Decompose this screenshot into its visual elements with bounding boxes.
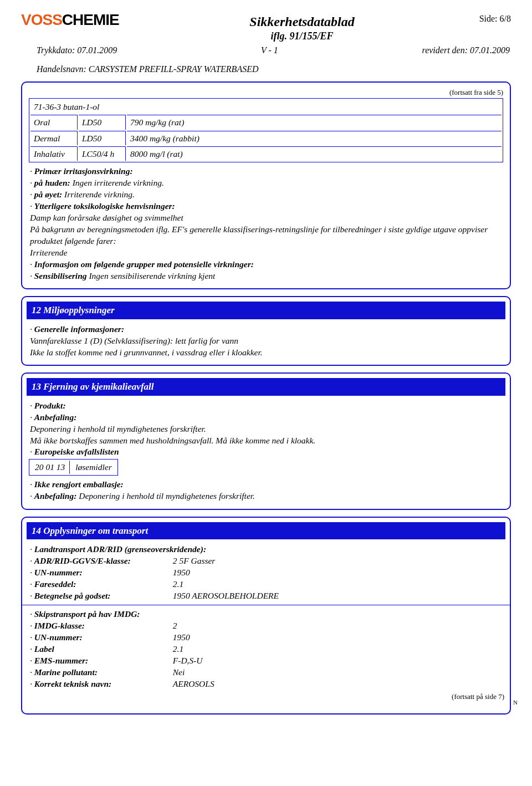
waste-code-table: 20 01 13 løsemidler — [29, 459, 118, 475]
waste-code: 20 01 13 — [30, 461, 70, 473]
logo-v-icon: V — [21, 10, 31, 29]
print-date: Trykkdato: 07.01.2009 — [37, 45, 117, 56]
handelsnavn: Handelsnavn: CARSYSTEM PREFILL-SPRAY WAT… — [37, 64, 511, 75]
continued-from: (fortsatt fra side 5) — [29, 88, 503, 97]
section-14-box: 14 Opplysninger om transport Landtranspo… — [21, 517, 511, 714]
revised-date: revidert den: 07.01.2009 — [422, 45, 510, 56]
version: V - 1 — [261, 45, 278, 56]
section-12-box: 12 Miljøopplysninger Generelle informasj… — [21, 296, 511, 366]
land-transport: Landtransport ADR/RID (grenseoverskriden… — [29, 544, 503, 602]
section-13-box: 13 Fjerning av kjemikalieavfall Produkt:… — [21, 372, 511, 509]
tox-box: (fortsatt fra side 5) 71-36-3 butan-1-ol… — [21, 81, 511, 290]
sea-transport: Skipstransport på hav IMDG: IMDG-klasse:… — [29, 609, 503, 690]
section-13-body-a: Produkt: Anbefaling: Deponering i henhol… — [29, 400, 503, 458]
section-12-body: Generelle informasjoner: Vannfareklasse … — [29, 324, 503, 359]
corner-mark: N — [29, 699, 518, 707]
doc-subtitle: iflg. 91/155/EF — [176, 30, 428, 43]
section-13-header: 13 Fjerning av kjemikalieavfall — [27, 378, 505, 395]
logo-oss: OSS — [31, 11, 62, 28]
section-13-body-b: Ikke rengjort emballasje: Anbefaling: De… — [29, 479, 503, 502]
section-14-header: 14 Opplysninger om transport — [27, 522, 505, 539]
page-header: VOSSCHEMIE Sikkerhetsdatablad iflg. 91/1… — [21, 10, 511, 43]
doc-title-block: Sikkerhetsdatablad iflg. 91/155/EF — [176, 10, 428, 43]
waste-name: løsemidler — [71, 461, 116, 473]
cas-row: 71-36-3 butan-1-ol — [30, 100, 502, 114]
divider — [22, 605, 510, 605]
logo-chemie: CHEMIE — [62, 11, 119, 28]
doc-title: Sikkerhetsdatablad — [176, 13, 428, 30]
logo: VOSSCHEMIE — [21, 10, 176, 29]
meta-row: Trykkdato: 07.01.2009 V - 1 revidert den… — [21, 45, 511, 56]
page-number: Side: 6/8 — [428, 10, 511, 24]
tox-body: Primær irritasjonsvirkning: på huden: In… — [29, 166, 503, 282]
section-12-header: 12 Miljøopplysninger — [27, 302, 505, 319]
tox-table: 71-36-3 butan-1-ol Oral LD50 790 mg/kg (… — [29, 98, 503, 163]
